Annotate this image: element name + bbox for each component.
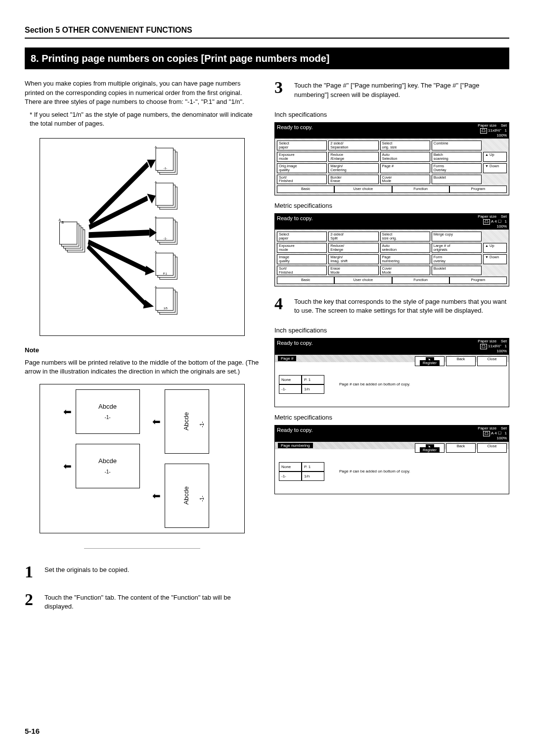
function-button[interactable]: Form overlay <box>432 254 482 264</box>
orient-icon: 凸 <box>480 128 487 134</box>
function-button[interactable]: 2 sided/ Separation <box>328 141 378 150</box>
svg-marker-34 <box>147 194 156 204</box>
divider <box>84 548 200 549</box>
svg-text:A: A <box>155 285 157 288</box>
tab-function[interactable]: Function <box>392 186 449 193</box>
tab-program[interactable]: Program <box>449 186 507 193</box>
back-button[interactable]: Back <box>446 443 476 453</box>
function-button[interactable]: Select size orig. <box>380 232 430 241</box>
function-button[interactable]: Exposure mode <box>277 243 327 253</box>
function-button[interactable]: Merge copy <box>432 232 482 241</box>
style-button[interactable]: 1/n <box>302 472 324 481</box>
register-button[interactable]: ◣ Register <box>415 356 445 366</box>
sample-text: Abcde <box>182 486 191 505</box>
function-button[interactable]: Page # <box>380 163 430 173</box>
page-title: 8. Printing page numbers on copies [Prin… <box>25 47 509 69</box>
paper-size-label: Paper size <box>478 214 496 219</box>
step-number: 2 <box>25 591 39 608</box>
breadcrumb: Page numbering <box>278 443 313 448</box>
tab-basic[interactable]: Basic <box>277 186 334 193</box>
step-text: Touch the "Function" tab. The content of… <box>44 591 260 611</box>
style-button[interactable]: 1/n <box>302 384 324 394</box>
orient-icon: 凸 <box>480 344 487 349</box>
step-3: 3 Touch the "Page #" ["Page numbering"] … <box>274 79 509 99</box>
style-button[interactable]: -1- <box>279 384 302 394</box>
function-button[interactable]: Orig.image quality <box>277 163 327 173</box>
section-header: Section 5 OTHER CONVENIENT FUNCTIONS <box>25 25 509 39</box>
close-button[interactable]: Close <box>477 356 507 366</box>
function-button[interactable]: Booklet <box>432 175 482 185</box>
function-button[interactable]: Large # of originals <box>432 243 482 253</box>
down-button[interactable]: ▼ Down <box>483 254 507 264</box>
function-button[interactable]: Border Erase <box>328 175 378 185</box>
arrow-left-icon: ⬅ <box>152 489 161 503</box>
function-button[interactable]: Batch scanning <box>432 152 482 162</box>
svg-rect-12 <box>156 183 173 205</box>
function-button[interactable]: Auto Selection <box>380 152 430 162</box>
style-button[interactable]: P. 1 <box>302 462 324 472</box>
arrow-left-icon: ⬅ <box>152 415 161 428</box>
function-button[interactable]: Select paper <box>277 141 327 150</box>
tab-user-choice[interactable]: User choice <box>334 186 392 193</box>
page-number: -1- <box>104 414 110 421</box>
function-button[interactable]: Booklet <box>432 266 482 276</box>
set-count: 1 <box>505 128 507 133</box>
function-button[interactable]: Forms Overlay <box>432 163 482 173</box>
svg-text:B: B <box>61 221 64 225</box>
function-button[interactable]: Auto selection <box>380 243 430 253</box>
step-1: 1 Set the originals to be copied. <box>25 564 260 580</box>
back-button[interactable]: Back <box>446 356 476 366</box>
style-button[interactable]: None <box>279 375 302 384</box>
tab-function[interactable]: Function <box>392 277 449 284</box>
svg-text:-1-: -1- <box>164 237 167 240</box>
svg-marker-31 <box>89 162 149 225</box>
style-button[interactable]: -1- <box>279 472 302 481</box>
function-button[interactable]: Select paper <box>277 232 327 241</box>
down-button[interactable]: ▼ Down <box>483 163 507 173</box>
step-text: Touch the "Page #" ["Page numbering"] ke… <box>294 79 509 99</box>
function-button[interactable]: Reduce/ Enlarge <box>328 243 378 253</box>
function-button[interactable]: Select orig. size <box>380 141 430 150</box>
page-box-landscape: ⬅ Abcde -1- <box>76 444 140 488</box>
function-button[interactable]: Sort/ Finished <box>277 266 327 276</box>
register-button[interactable]: ◣ Register <box>415 443 445 453</box>
step-text: Set the originals to be copied. <box>44 564 260 574</box>
style-button[interactable]: None <box>279 462 302 472</box>
function-button[interactable]: Image quality <box>277 254 327 264</box>
style-note: Page # can be added on bottom of copy. <box>339 381 505 387</box>
function-button[interactable]: Cover Mode <box>380 266 430 276</box>
function-button[interactable]: Margin/ Imag. shift <box>328 254 378 264</box>
function-button[interactable]: Exposure mode <box>277 152 327 162</box>
svg-text:A: A <box>59 218 61 222</box>
svg-text:P.1: P.1 <box>163 272 167 275</box>
style-button[interactable]: P. 1 <box>302 375 324 384</box>
close-button[interactable]: Close <box>477 443 507 453</box>
function-button[interactable]: Margin/ Centering <box>328 163 378 173</box>
svg-text:A: A <box>155 146 157 149</box>
function-button[interactable]: Cover Mode <box>380 175 430 185</box>
function-button[interactable]: 2-sided/ Split <box>328 232 378 241</box>
sample-text: Abcde <box>98 402 117 411</box>
style-note: Page # can be added on bottom of copy. <box>339 469 505 474</box>
up-button[interactable]: ▲ Up <box>483 152 507 162</box>
tab-user-choice[interactable]: User choice <box>334 277 392 284</box>
function-button[interactable]: Erase Mode <box>328 266 378 276</box>
function-button[interactable]: Page numbering <box>380 254 430 264</box>
note-text: Page numbers will be printed relative to… <box>25 358 260 376</box>
ready-label: Ready to copy. <box>277 215 313 222</box>
set-count: 1 <box>505 219 507 224</box>
zoom-pct: 100% <box>497 224 507 229</box>
paper-size-label: Paper size <box>478 426 496 430</box>
page-number: -1- <box>104 469 110 475</box>
function-button[interactable]: Sort/ Finished <box>277 175 327 185</box>
screen-function-inch: Ready to copy. Paper size Set凸11x8½" 110… <box>274 122 509 195</box>
page-number: -1- <box>199 422 206 427</box>
tab-basic[interactable]: Basic <box>277 277 334 284</box>
function-button[interactable]: Combine <box>432 141 482 150</box>
screen-style-inch: Ready to copy. Paper size Set凸11x8½" 110… <box>274 338 509 407</box>
function-button[interactable]: Reduce /Enlarge <box>328 152 378 162</box>
tab-program[interactable]: Program <box>449 277 507 284</box>
up-button[interactable]: ▲ Up <box>483 243 507 253</box>
paper-size-value: 11x8½" <box>488 344 501 348</box>
paper-size-label: Paper size <box>478 339 496 343</box>
